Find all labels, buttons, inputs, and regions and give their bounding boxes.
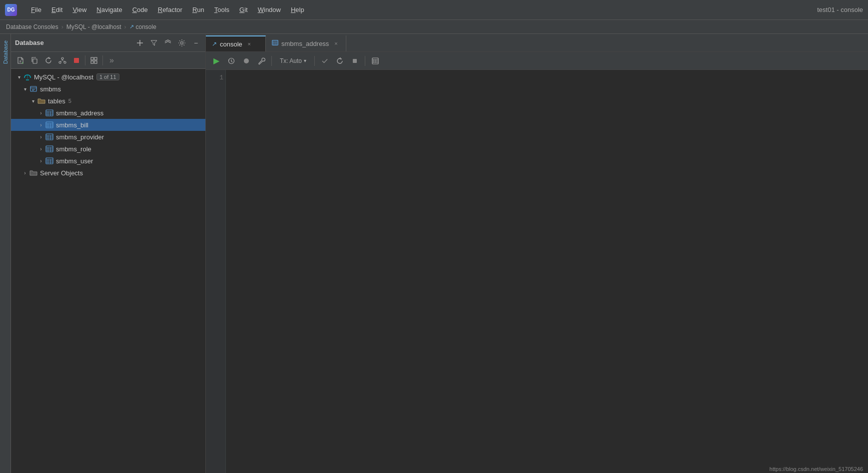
table-smbms-bill[interactable]: › smbms_bill (11, 119, 205, 131)
settings-button[interactable] (176, 37, 187, 48)
tables-expand-arrow[interactable]: ▾ (29, 97, 37, 105)
menu-window[interactable]: Window (254, 4, 285, 15)
menu-tools[interactable]: Tools (210, 4, 233, 15)
table-smbms-user[interactable]: › smbms_user (11, 155, 205, 167)
tab-console[interactable]: ↗ console × (206, 35, 266, 51)
table-smbms-address[interactable]: › smbms_address (11, 107, 205, 119)
breadcrumb: Database Consoles › MySQL - @localhost ›… (0, 20, 868, 34)
refresh-button[interactable] (42, 54, 55, 67)
tables-count: 5 (68, 98, 71, 104)
table-role-label: smbms_role (56, 145, 91, 153)
menu-edit[interactable]: Edit (47, 4, 66, 15)
menu-navigate[interactable]: Navigate (92, 4, 126, 15)
refresh-icon (44, 56, 52, 64)
tab-console-close[interactable]: × (245, 40, 253, 48)
cancel-button[interactable] (348, 54, 361, 67)
svg-point-18 (244, 58, 249, 63)
statusbar: https://blog.csdn.net/weixin_51705246 (765, 465, 868, 473)
tab-bar: ↗ console × smbms_address × (206, 34, 868, 52)
tab-address-close[interactable]: × (332, 39, 340, 47)
tables-group-item[interactable]: ▾ tables 5 (11, 95, 205, 107)
role-expand-arrow[interactable]: › (37, 145, 45, 153)
new-query-icon (16, 56, 24, 64)
console-breadcrumb-icon: ↗ (129, 23, 134, 30)
schema-item[interactable]: ▾ smbms (11, 83, 205, 95)
mysql-icon (23, 72, 32, 81)
address-expand-arrow[interactable]: › (37, 109, 45, 117)
database-tree: ▾ MySQL - @localhost 1 of 11 ▾ (11, 69, 205, 473)
menu-refactor[interactable]: Refactor (154, 4, 186, 15)
table-icon-provider (45, 132, 54, 141)
grid-icon (90, 56, 98, 64)
tables-folder-icon (37, 96, 46, 105)
sidebar: Database (11, 34, 206, 473)
stop-icon (72, 56, 80, 64)
user-expand-arrow[interactable]: › (37, 157, 45, 165)
history-icon (227, 57, 235, 65)
minimize-button[interactable]: − (190, 37, 201, 48)
tab-address-label: smbms_address (281, 40, 329, 47)
table-smbms-provider[interactable]: › smbms_provider (11, 131, 205, 143)
line-number-1: 1 (208, 74, 223, 81)
schema-button[interactable] (56, 54, 69, 67)
stop-button[interactable] (70, 54, 83, 67)
editor-content[interactable] (226, 70, 868, 473)
rollback-icon (336, 57, 344, 65)
table-icon-user (45, 156, 54, 165)
server-objects-expand-arrow[interactable]: › (21, 169, 29, 177)
results-button[interactable] (369, 54, 382, 67)
sidebar-toolbar: » (11, 52, 205, 69)
console-tab-icon: ↗ (212, 40, 217, 47)
run-button[interactable]: ▶ (210, 54, 223, 67)
connection-expand-arrow[interactable]: ▾ (15, 73, 23, 81)
more-button[interactable]: » (105, 54, 118, 67)
menu-run[interactable]: Run (188, 4, 208, 15)
bill-expand-arrow[interactable]: › (37, 121, 45, 129)
menu-file[interactable]: File (27, 4, 45, 15)
filter-button[interactable] (148, 37, 159, 48)
menu-git[interactable]: Git (235, 4, 252, 15)
statusbar-url: https://blog.csdn.net/weixin_51705246 (770, 466, 863, 472)
rollback-button[interactable] (333, 54, 346, 67)
grid-view-button[interactable] (87, 54, 100, 67)
app-logo: DG (5, 4, 17, 16)
table-address-label: smbms_address (56, 109, 103, 117)
svg-rect-9 (94, 61, 97, 63)
add-datasource-button[interactable] (134, 37, 145, 48)
table-icon-address (45, 108, 54, 117)
tab-smbms-address[interactable]: smbms_address × (266, 35, 346, 51)
new-query-button[interactable] (14, 54, 27, 67)
provider-expand-arrow[interactable]: › (37, 133, 45, 141)
history-button[interactable] (225, 54, 238, 67)
tx-label: Tx: Auto (280, 57, 302, 64)
gear-icon (178, 39, 186, 47)
filter-icon (150, 39, 158, 47)
breadcrumb-database-consoles[interactable]: Database Consoles (6, 23, 58, 30)
menu-view[interactable]: View (68, 4, 90, 15)
menu-code[interactable]: Code (128, 4, 152, 15)
record-button[interactable] (240, 54, 253, 67)
commit-button[interactable] (318, 54, 331, 67)
toolbar-sep-1 (271, 56, 272, 66)
table-tab-icon (272, 39, 278, 47)
schema-label: smbms (40, 85, 61, 93)
tx-dropdown[interactable]: Tx: Auto ▾ (275, 56, 311, 66)
copy-icon (30, 56, 38, 64)
menu-help[interactable]: Help (287, 4, 308, 15)
vertical-tab-strip: Database (0, 34, 11, 473)
table-provider-label: smbms_provider (56, 133, 104, 141)
server-objects-item[interactable]: › Server Objects (11, 167, 205, 179)
connection-item[interactable]: ▾ MySQL - @localhost 1 of 11 (11, 71, 205, 83)
breadcrumb-mysql[interactable]: MySQL - @localhost (66, 23, 121, 30)
svg-rect-7 (94, 57, 97, 60)
schema-expand-arrow[interactable]: ▾ (21, 85, 29, 93)
breadcrumb-console[interactable]: console (136, 23, 156, 30)
chevron-down-icon: ▾ (304, 58, 306, 63)
table-smbms-role[interactable]: › smbms_role (11, 143, 205, 155)
wrench-button[interactable] (255, 54, 268, 67)
svg-rect-8 (91, 61, 93, 63)
copy-button[interactable] (28, 54, 41, 67)
collapse-button[interactable] (162, 37, 173, 48)
vertical-tab-database[interactable]: Database (1, 36, 10, 68)
content-toolbar: ▶ Tx: Aut (206, 52, 868, 70)
